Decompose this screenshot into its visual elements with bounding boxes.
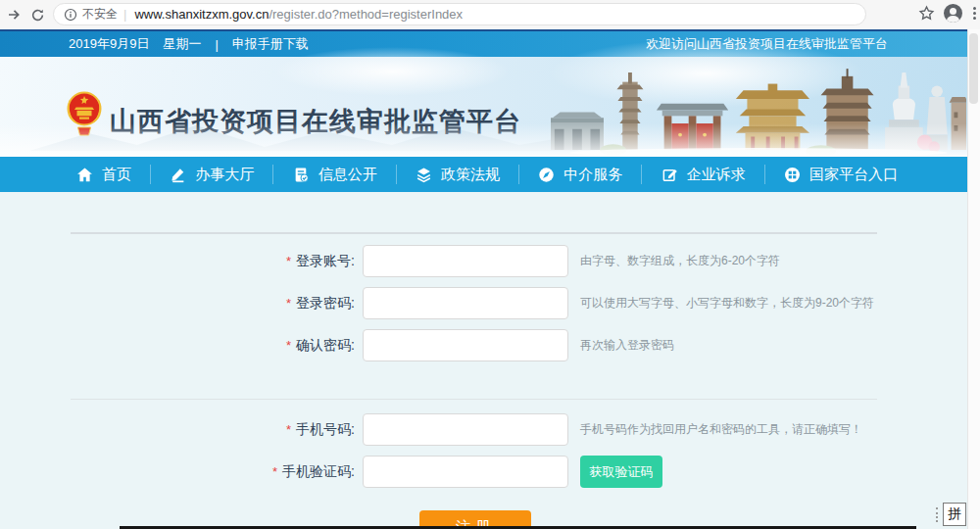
topbar-left: 2019年9月9日 星期一 | 申报手册下载 [69, 31, 309, 57]
url-path: /register.do?method=registerIndex [269, 7, 463, 22]
ime-language-bar: 拼 [936, 503, 966, 526]
nav-separator [272, 165, 273, 184]
field-hint: 再次输入登录密码 [580, 337, 674, 354]
login-password-input[interactable] [363, 287, 568, 319]
forward-icon[interactable] [4, 5, 24, 24]
nav-separator [764, 165, 765, 184]
page-scrollbar[interactable] [967, 29, 980, 529]
fog-decoration [0, 123, 980, 157]
required-asterisk: * [286, 254, 291, 268]
main-nav: 首页 办事大厅 信息公开 政策法规 中介服务 企业诉求 国家平台 [0, 157, 980, 192]
confirm-password-input[interactable] [363, 329, 568, 361]
sms-code-input[interactable] [363, 456, 568, 488]
topbar-separator: | [215, 37, 218, 52]
field-hint: 由字母、数字组成，长度为6-20个字符 [580, 253, 780, 269]
nav-item-national-platform[interactable]: 国家平台入口 [784, 166, 898, 184]
page-url: www.shanxitzxm.gov.cn/register.do?method… [134, 7, 463, 22]
nav-separator [641, 165, 642, 184]
field-label: *登录密码: [137, 295, 355, 313]
field-label-text: 登录密码: [296, 295, 355, 311]
login-account-input[interactable] [363, 245, 568, 277]
reload-icon[interactable] [27, 5, 47, 24]
edit-square-icon [662, 167, 678, 183]
register-form: *登录账号: 由字母、数字组成，长度为6-20个字符 *登录密码: 可以使用大写… [0, 192, 980, 529]
home-icon [76, 167, 93, 183]
nav-label: 国家平台入口 [809, 166, 898, 184]
section-divider [71, 232, 877, 234]
pen-icon [170, 167, 186, 183]
nav-item-enterprise-appeal[interactable]: 企业诉求 [662, 166, 746, 184]
form-row-phone-number: *手机号码: 手机号码作为找回用户名和密码的工具，请正确填写！ [0, 413, 980, 446]
field-label: *确认密码: [137, 337, 355, 355]
required-asterisk: * [286, 422, 291, 437]
nav-label: 政策法规 [441, 166, 500, 184]
weekday-text: 星期一 [163, 35, 201, 53]
url-domain: www.shanxitzxm.gov.cn [134, 7, 269, 22]
grid-circle-icon [784, 167, 801, 183]
nav-item-info-disclosure[interactable]: 信息公开 [293, 166, 377, 184]
toolbar-right [918, 4, 978, 23]
field-label-text: 手机验证码: [282, 463, 355, 479]
field-hint: 可以使用大写字母、小写字母和数字，长度为9-20个字符 [580, 295, 874, 312]
required-asterisk: * [272, 464, 277, 479]
cloud-decoration [274, 47, 510, 96]
nav-item-policies[interactable]: 政策法规 [416, 166, 500, 184]
doc-check-icon [293, 167, 310, 183]
date-text: 2019年9月9日 [69, 35, 149, 53]
phone-number-input[interactable] [363, 413, 568, 446]
url-separator: | [123, 7, 126, 22]
screen: 不安全 | www.shanxitzxm.gov.cn/register.do?… [0, 0, 980, 529]
nav-separator [396, 165, 397, 184]
field-label-text: 手机号码: [296, 421, 355, 437]
bookmark-star-icon[interactable] [918, 5, 935, 22]
nav-item-home[interactable]: 首页 [76, 166, 131, 184]
section-divider [71, 399, 877, 400]
site-header: 山西省投资项目在线审批监管平台 [0, 57, 980, 157]
nav-item-intermediary[interactable]: 中介服务 [538, 166, 622, 184]
form-row-login-account: *登录账号: 由字母、数字组成，长度为6-20个字符 [0, 245, 980, 277]
required-asterisk: * [286, 296, 291, 311]
nav-label: 信息公开 [318, 166, 377, 184]
browser-toolbar: 不安全 | www.shanxitzxm.gov.cn/register.do?… [0, 0, 980, 30]
nav-item-service-hall[interactable]: 办事大厅 [170, 166, 254, 184]
info-icon[interactable] [64, 8, 77, 22]
browser-menu-icon[interactable] [971, 5, 978, 22]
form-row-confirm-password: *确认密码: 再次输入登录密码 [0, 329, 980, 361]
get-code-button[interactable]: 获取验证码 [580, 456, 662, 488]
form-row-login-password: *登录密码: 可以使用大写字母、小写字母和数字，长度为9-20个字符 [0, 287, 980, 319]
nav-separator [150, 165, 151, 184]
address-bar[interactable]: 不安全 | www.shanxitzxm.gov.cn/register.do?… [53, 3, 866, 25]
field-label-text: 确认密码: [296, 337, 355, 353]
nav-separator [518, 165, 519, 184]
field-label-text: 登录账号: [296, 253, 355, 268]
required-asterisk: * [286, 338, 291, 353]
form-row-sms-code: *手机验证码: 获取验证码 [0, 456, 980, 488]
field-label: *登录账号: [137, 253, 355, 270]
compass-icon [538, 167, 555, 183]
security-label: 不安全 [82, 6, 118, 23]
nav-label: 首页 [102, 166, 131, 184]
field-label: *手机验证码: [137, 463, 355, 481]
manual-download-link[interactable]: 申报手册下载 [232, 35, 309, 53]
nav-label: 中介服务 [564, 166, 622, 184]
profile-avatar-icon[interactable] [944, 4, 962, 23]
field-hint: 手机号码作为找回用户名和密码的工具，请正确填写！ [580, 421, 862, 438]
field-label: *手机号码: [137, 421, 355, 439]
scrollbar-thumb[interactable] [969, 33, 978, 104]
ime-drag-handle[interactable] [936, 507, 938, 522]
layers-icon [416, 167, 432, 183]
nav-label: 企业诉求 [687, 166, 746, 184]
nav-label: 办事大厅 [195, 166, 254, 184]
ime-pinyin-indicator[interactable]: 拼 [943, 503, 966, 526]
